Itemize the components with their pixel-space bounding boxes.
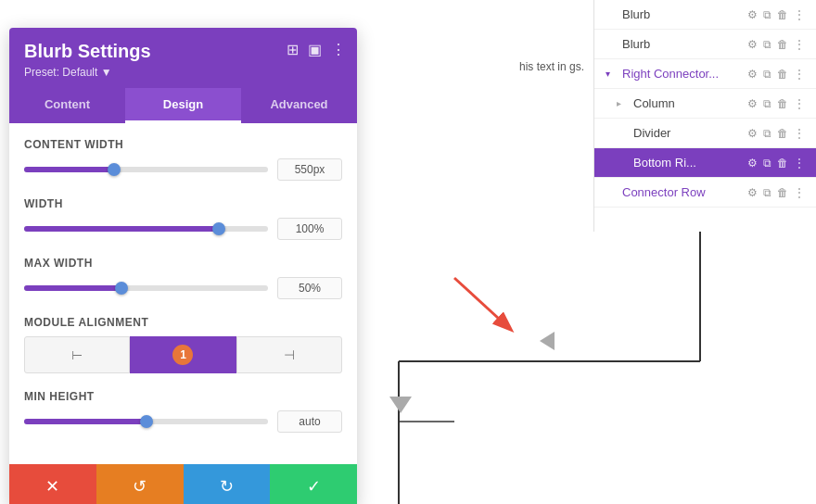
trash-icon-blurb-2[interactable]: 🗑: [777, 38, 788, 51]
panel-header-actions: ⊞ ▣ ⋮: [287, 41, 346, 58]
columns-icon[interactable]: ▣: [308, 41, 322, 58]
more-icon-divider[interactable]: ⋮: [794, 127, 805, 140]
align-right-icon: ⊣: [284, 347, 295, 362]
layer-item-connector-row: Connector Row ⚙ ⧉ 🗑 ⋮: [594, 178, 816, 208]
trash-icon-bottom-ri[interactable]: 🗑: [777, 157, 788, 170]
content-width-slider[interactable]: [24, 167, 268, 172]
settings-tabs: Content Design Advanced: [9, 88, 357, 123]
gear-icon-column[interactable]: ⚙: [747, 97, 758, 110]
width-label: Width: [24, 197, 342, 210]
gear-icon-bottom-ri[interactable]: ⚙: [747, 157, 758, 170]
tab-design[interactable]: Design: [125, 88, 241, 123]
max-width-setting: Max Width 50%: [24, 257, 342, 299]
content-width-setting: Content Width 550px: [24, 138, 342, 181]
more-icon-blurb-2[interactable]: ⋮: [794, 38, 805, 51]
min-height-label: Min Height: [24, 390, 342, 403]
max-width-thumb[interactable]: [115, 282, 128, 295]
gear-icon-divider[interactable]: ⚙: [747, 127, 758, 140]
align-left-button[interactable]: ⊢: [24, 336, 130, 373]
action-bar: ✕ ↺ ↻ ✓: [9, 464, 357, 504]
max-width-slider[interactable]: [24, 285, 268, 291]
layers-panel: Blurb ⚙ ⧉ 🗑 ⋮ Blurb ⚙ ⧉ 🗑 ⋮ ▾ Right Conn…: [593, 0, 816, 232]
layer-icons-right-connector: ⚙ ⧉ 🗑 ⋮: [747, 68, 805, 81]
layer-toggle: [617, 158, 630, 168]
canvas-intro-text: his text in gs.: [519, 60, 584, 73]
layer-item-right-connector: ▾ Right Connector... ⚙ ⧉ 🗑 ⋮: [594, 59, 816, 89]
max-width-track: [24, 285, 121, 291]
copy-icon-column[interactable]: ⧉: [763, 97, 771, 110]
layer-name-column[interactable]: Column: [633, 96, 747, 110]
gear-icon-blurb-2[interactable]: ⚙: [747, 38, 758, 51]
reset-button[interactable]: ↺: [96, 464, 184, 504]
module-alignment-label: Module Alignment: [24, 316, 342, 329]
trash-icon-connector-row[interactable]: 🗑: [777, 186, 788, 199]
more-icon-bottom-ri[interactable]: ⋮: [794, 157, 805, 170]
layer-toggle: [617, 128, 630, 138]
copy-icon-blurb-1[interactable]: ⧉: [763, 8, 771, 21]
min-height-value[interactable]: auto: [277, 410, 342, 433]
min-height-slider[interactable]: [24, 419, 268, 424]
width-setting: Width 100%: [24, 197, 342, 240]
layer-icons-column: ⚙ ⧉ 🗑 ⋮: [747, 97, 805, 110]
max-width-value[interactable]: 50%: [277, 277, 342, 299]
layer-name-blurb-2[interactable]: Blurb: [622, 37, 747, 51]
content-width-value[interactable]: 550px: [277, 158, 342, 181]
layer-name-connector-row[interactable]: Connector Row: [622, 185, 747, 199]
layer-toggle: [606, 187, 618, 197]
layer-toggle-expanded[interactable]: ▾: [606, 69, 618, 79]
redo-button[interactable]: ↻: [184, 464, 271, 504]
layer-toggle-collapsed[interactable]: ▸: [617, 98, 630, 108]
width-track: [24, 226, 219, 232]
cancel-button[interactable]: ✕: [9, 464, 96, 504]
layer-item-bottom-ri: Bottom Ri... ⚙ ⧉ 🗑 ⋮: [594, 148, 816, 178]
layer-icons-connector-row: ⚙ ⧉ 🗑 ⋮: [747, 186, 805, 199]
min-height-thumb[interactable]: [140, 415, 153, 428]
trash-icon-column[interactable]: 🗑: [777, 97, 788, 110]
width-slider-row: 100%: [24, 218, 342, 240]
width-slider[interactable]: [24, 226, 268, 232]
save-button[interactable]: ✓: [270, 464, 357, 504]
align-center-button[interactable]: 1: [130, 336, 236, 373]
align-right-button[interactable]: ⊣: [236, 336, 342, 373]
width-thumb[interactable]: [212, 222, 225, 235]
layer-name-bottom-ri[interactable]: Bottom Ri...: [633, 156, 747, 170]
gear-icon-right-connector[interactable]: ⚙: [747, 68, 758, 81]
more-icon-connector-row[interactable]: ⋮: [794, 186, 805, 199]
expand-icon[interactable]: ⊞: [287, 41, 299, 58]
content-width-track: [24, 167, 114, 172]
copy-icon-connector-row[interactable]: ⧉: [763, 186, 771, 199]
tab-advanced[interactable]: Advanced: [241, 88, 357, 123]
min-height-slider-row: auto: [24, 410, 342, 433]
layer-name-blurb-1[interactable]: Blurb: [622, 7, 747, 21]
layer-name-right-connector[interactable]: Right Connector...: [622, 67, 747, 81]
gear-icon-blurb-1[interactable]: ⚙: [747, 8, 758, 21]
panel-header: Blurb Settings Preset: Default ▼ ⊞ ▣ ⋮: [9, 28, 357, 88]
layer-toggle: [606, 9, 618, 19]
min-height-track: [24, 419, 147, 424]
trash-icon-divider[interactable]: 🗑: [777, 127, 788, 140]
gear-icon-connector-row[interactable]: ⚙: [747, 186, 758, 199]
copy-icon-divider[interactable]: ⧉: [763, 127, 771, 140]
more-icon[interactable]: ⋮: [331, 41, 346, 58]
copy-icon-bottom-ri[interactable]: ⧉: [763, 157, 771, 170]
more-icon-column[interactable]: ⋮: [794, 97, 805, 110]
content-width-thumb[interactable]: [108, 163, 121, 176]
panel-preset[interactable]: Preset: Default ▼: [24, 66, 342, 79]
more-icon-blurb-1[interactable]: ⋮: [794, 8, 805, 21]
layer-icons-divider: ⚙ ⧉ 🗑 ⋮: [747, 127, 805, 140]
layer-item-blurb-2: Blurb ⚙ ⧉ 🗑 ⋮: [594, 30, 816, 59]
content-width-label: Content Width: [24, 138, 342, 151]
max-width-label: Max Width: [24, 257, 342, 270]
trash-icon-right-connector[interactable]: 🗑: [777, 68, 788, 81]
more-icon-right-connector[interactable]: ⋮: [794, 68, 805, 81]
align-center-icon: 1: [172, 345, 193, 365]
copy-icon-blurb-2[interactable]: ⧉: [763, 38, 771, 51]
down-triangle-indicator: [389, 397, 412, 413]
layer-icons-bottom-ri: ⚙ ⧉ 🗑 ⋮: [747, 157, 805, 170]
trash-icon-blurb-1[interactable]: 🗑: [777, 8, 788, 21]
copy-icon-right-connector[interactable]: ⧉: [763, 68, 771, 81]
width-value[interactable]: 100%: [277, 218, 342, 240]
tab-content[interactable]: Content: [9, 88, 125, 123]
layer-icons-blurb-1: ⚙ ⧉ 🗑 ⋮: [747, 8, 805, 21]
layer-name-divider[interactable]: Divider: [633, 126, 747, 140]
